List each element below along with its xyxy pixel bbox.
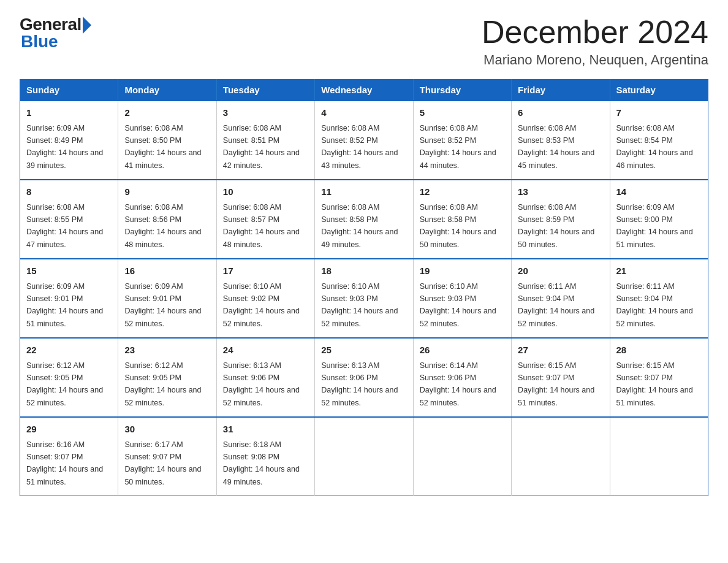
day-number: 9 <box>124 185 210 199</box>
calendar-cell: 31Sunrise: 6:18 AMSunset: 9:08 PMDayligh… <box>216 417 314 496</box>
day-number: 14 <box>616 185 702 199</box>
calendar-cell: 1Sunrise: 6:09 AMSunset: 8:49 PMDaylight… <box>20 101 118 180</box>
day-info: Sunrise: 6:18 AMSunset: 9:08 PMDaylight:… <box>223 440 300 486</box>
calendar-cell: 12Sunrise: 6:08 AMSunset: 8:58 PMDayligh… <box>413 180 511 259</box>
col-header-thursday: Thursday <box>413 80 511 101</box>
day-number: 2 <box>124 106 210 120</box>
day-number: 19 <box>420 264 505 278</box>
calendar-cell: 15Sunrise: 6:09 AMSunset: 9:01 PMDayligh… <box>20 259 118 338</box>
day-info: Sunrise: 6:08 AMSunset: 8:59 PMDaylight:… <box>518 203 594 249</box>
col-header-sunday: Sunday <box>20 80 118 101</box>
calendar-cell: 20Sunrise: 6:11 AMSunset: 9:04 PMDayligh… <box>512 259 610 338</box>
day-info: Sunrise: 6:08 AMSunset: 8:58 PMDaylight:… <box>420 203 496 249</box>
calendar-cell: 21Sunrise: 6:11 AMSunset: 9:04 PMDayligh… <box>610 259 708 338</box>
day-info: Sunrise: 6:08 AMSunset: 8:56 PMDaylight:… <box>124 203 201 249</box>
day-info: Sunrise: 6:17 AMSunset: 9:07 PMDaylight:… <box>124 440 201 486</box>
page-title: December 2024 <box>482 15 708 50</box>
day-number: 27 <box>518 343 603 358</box>
day-number: 6 <box>518 106 603 120</box>
day-info: Sunrise: 6:08 AMSunset: 8:52 PMDaylight:… <box>321 124 398 170</box>
calendar-week-row: 8Sunrise: 6:08 AMSunset: 8:55 PMDaylight… <box>20 180 708 259</box>
day-info: Sunrise: 6:09 AMSunset: 8:49 PMDaylight:… <box>26 124 103 170</box>
calendar-cell: 23Sunrise: 6:12 AMSunset: 9:05 PMDayligh… <box>118 338 216 417</box>
calendar-cell: 2Sunrise: 6:08 AMSunset: 8:50 PMDaylight… <box>118 101 216 180</box>
calendar-cell: 4Sunrise: 6:08 AMSunset: 8:52 PMDaylight… <box>315 101 413 180</box>
calendar-cell <box>610 417 708 496</box>
day-info: Sunrise: 6:08 AMSunset: 8:50 PMDaylight:… <box>124 124 201 170</box>
day-info: Sunrise: 6:08 AMSunset: 8:58 PMDaylight:… <box>321 203 398 249</box>
day-number: 23 <box>124 343 210 358</box>
day-info: Sunrise: 6:09 AMSunset: 9:00 PMDaylight:… <box>616 203 693 249</box>
calendar-cell: 11Sunrise: 6:08 AMSunset: 8:58 PMDayligh… <box>315 180 413 259</box>
day-number: 22 <box>26 343 112 358</box>
col-header-saturday: Saturday <box>610 80 708 101</box>
calendar-week-row: 22Sunrise: 6:12 AMSunset: 9:05 PMDayligh… <box>20 338 708 417</box>
calendar-cell: 5Sunrise: 6:08 AMSunset: 8:52 PMDaylight… <box>413 101 511 180</box>
day-number: 3 <box>223 106 308 120</box>
day-number: 24 <box>223 343 308 358</box>
day-info: Sunrise: 6:08 AMSunset: 8:52 PMDaylight:… <box>420 124 496 170</box>
day-number: 8 <box>26 185 112 199</box>
day-info: Sunrise: 6:08 AMSunset: 8:54 PMDaylight:… <box>616 124 693 170</box>
day-info: Sunrise: 6:12 AMSunset: 9:05 PMDaylight:… <box>124 361 201 407</box>
day-number: 10 <box>223 185 308 199</box>
day-info: Sunrise: 6:09 AMSunset: 9:01 PMDaylight:… <box>26 282 103 328</box>
col-header-friday: Friday <box>512 80 610 101</box>
day-number: 5 <box>420 106 505 120</box>
calendar-cell: 26Sunrise: 6:14 AMSunset: 9:06 PMDayligh… <box>413 338 511 417</box>
calendar-cell <box>315 417 413 496</box>
day-number: 11 <box>321 185 406 199</box>
col-header-wednesday: Wednesday <box>315 80 413 101</box>
day-info: Sunrise: 6:10 AMSunset: 9:03 PMDaylight:… <box>420 282 496 328</box>
day-info: Sunrise: 6:08 AMSunset: 8:53 PMDaylight:… <box>518 124 594 170</box>
day-number: 18 <box>321 264 406 278</box>
day-number: 21 <box>616 264 702 278</box>
day-number: 15 <box>26 264 112 278</box>
calendar-table: SundayMondayTuesdayWednesdayThursdayFrid… <box>20 79 708 496</box>
calendar-cell: 19Sunrise: 6:10 AMSunset: 9:03 PMDayligh… <box>413 259 511 338</box>
logo-blue-text: Blue <box>21 32 58 52</box>
calendar-header-row: SundayMondayTuesdayWednesdayThursdayFrid… <box>20 80 708 101</box>
day-number: 20 <box>518 264 603 278</box>
calendar-cell: 3Sunrise: 6:08 AMSunset: 8:51 PMDaylight… <box>216 101 314 180</box>
day-info: Sunrise: 6:08 AMSunset: 8:51 PMDaylight:… <box>223 124 300 170</box>
day-number: 26 <box>420 343 505 358</box>
calendar-cell: 18Sunrise: 6:10 AMSunset: 9:03 PMDayligh… <box>315 259 413 338</box>
calendar-cell: 10Sunrise: 6:08 AMSunset: 8:57 PMDayligh… <box>216 180 314 259</box>
title-block: December 2024 Mariano Moreno, Neuquen, A… <box>482 15 708 68</box>
day-info: Sunrise: 6:08 AMSunset: 8:55 PMDaylight:… <box>26 203 103 249</box>
col-header-monday: Monday <box>118 80 216 101</box>
calendar-cell <box>413 417 511 496</box>
calendar-cell: 14Sunrise: 6:09 AMSunset: 9:00 PMDayligh… <box>610 180 708 259</box>
calendar-cell: 7Sunrise: 6:08 AMSunset: 8:54 PMDaylight… <box>610 101 708 180</box>
day-number: 1 <box>26 106 112 120</box>
day-info: Sunrise: 6:08 AMSunset: 8:57 PMDaylight:… <box>223 203 300 249</box>
calendar-cell: 17Sunrise: 6:10 AMSunset: 9:02 PMDayligh… <box>216 259 314 338</box>
day-number: 12 <box>420 185 505 199</box>
day-info: Sunrise: 6:10 AMSunset: 9:03 PMDaylight:… <box>321 282 398 328</box>
day-info: Sunrise: 6:13 AMSunset: 9:06 PMDaylight:… <box>223 361 300 407</box>
day-info: Sunrise: 6:10 AMSunset: 9:02 PMDaylight:… <box>223 282 300 328</box>
day-info: Sunrise: 6:15 AMSunset: 9:07 PMDaylight:… <box>518 361 594 407</box>
day-number: 4 <box>321 106 406 120</box>
calendar-cell: 13Sunrise: 6:08 AMSunset: 8:59 PMDayligh… <box>512 180 610 259</box>
calendar-cell: 22Sunrise: 6:12 AMSunset: 9:05 PMDayligh… <box>20 338 118 417</box>
calendar-cell: 30Sunrise: 6:17 AMSunset: 9:07 PMDayligh… <box>118 417 216 496</box>
day-number: 7 <box>616 106 702 120</box>
day-info: Sunrise: 6:09 AMSunset: 9:01 PMDaylight:… <box>124 282 201 328</box>
calendar-cell <box>512 417 610 496</box>
day-number: 17 <box>223 264 308 278</box>
calendar-cell: 28Sunrise: 6:15 AMSunset: 9:07 PMDayligh… <box>610 338 708 417</box>
calendar-cell: 27Sunrise: 6:15 AMSunset: 9:07 PMDayligh… <box>512 338 610 417</box>
day-info: Sunrise: 6:11 AMSunset: 9:04 PMDaylight:… <box>518 282 594 328</box>
day-number: 25 <box>321 343 406 358</box>
logo-triangle-icon <box>83 17 91 34</box>
day-number: 29 <box>26 423 112 437</box>
day-info: Sunrise: 6:12 AMSunset: 9:05 PMDaylight:… <box>26 361 103 407</box>
calendar-cell: 29Sunrise: 6:16 AMSunset: 9:07 PMDayligh… <box>20 417 118 496</box>
calendar-cell: 16Sunrise: 6:09 AMSunset: 9:01 PMDayligh… <box>118 259 216 338</box>
calendar-week-row: 1Sunrise: 6:09 AMSunset: 8:49 PMDaylight… <box>20 101 708 180</box>
calendar-cell: 24Sunrise: 6:13 AMSunset: 9:06 PMDayligh… <box>216 338 314 417</box>
logo: General Blue <box>20 15 91 52</box>
calendar-cell: 9Sunrise: 6:08 AMSunset: 8:56 PMDaylight… <box>118 180 216 259</box>
